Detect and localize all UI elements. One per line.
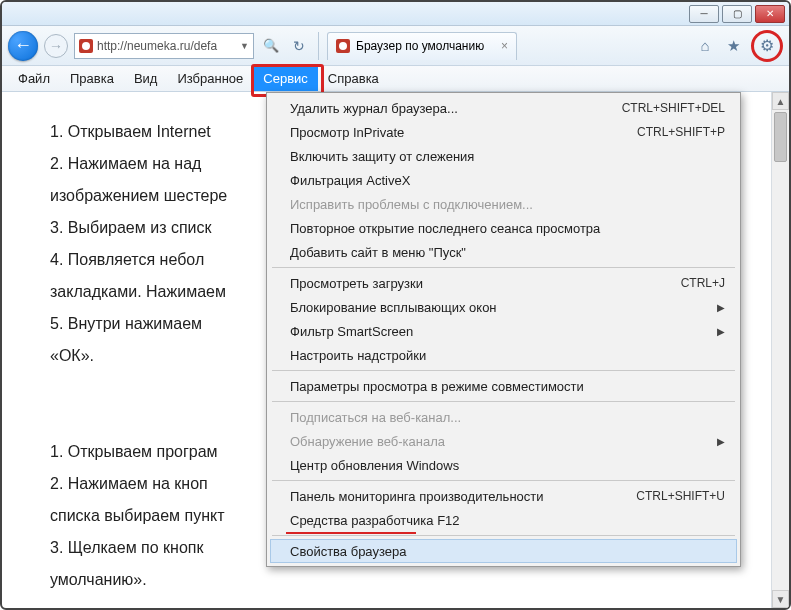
menu-item[interactable]: Добавить сайт в меню "Пуск" [270, 240, 737, 264]
browser-properties-underline [286, 532, 416, 534]
submenu-arrow-icon: ▶ [717, 436, 725, 447]
menu-item: Подписаться на веб-канал... [270, 405, 737, 429]
tab-close-icon[interactable]: × [501, 39, 508, 53]
menu-item-вид[interactable]: Вид [124, 66, 168, 91]
menu-item-label: Обнаружение веб-канала [290, 434, 445, 449]
vertical-scrollbar[interactable]: ▲ ▼ [771, 92, 789, 608]
submenu-arrow-icon: ▶ [717, 326, 725, 337]
menu-separator [272, 401, 735, 402]
forward-button[interactable]: → [44, 34, 68, 58]
menu-item-label: Блокирование всплывающих окон [290, 300, 497, 315]
menu-item[interactable]: Включить защиту от слежения [270, 144, 737, 168]
menu-bar: ФайлПравкаВидИзбранноеСервисСправка [2, 66, 789, 92]
menu-item[interactable]: Повторное открытие последнего сеанса про… [270, 216, 737, 240]
back-button[interactable]: ← [8, 31, 38, 61]
minimize-button[interactable]: ─ [689, 5, 719, 23]
menu-item-label: Настроить надстройки [290, 348, 426, 363]
menu-item[interactable]: Просмотр InPrivateCTRL+SHIFT+P [270, 120, 737, 144]
menu-item[interactable]: Средства разработчика F12 [270, 508, 737, 532]
address-url: http://neumeka.ru/defa [97, 39, 217, 53]
tab-favicon-icon [336, 39, 350, 53]
menu-item[interactable]: Панель мониторинга производительностиCTR… [270, 484, 737, 508]
gear-icon[interactable]: ⚙ [758, 37, 776, 55]
search-icon[interactable]: 🔍 [260, 35, 282, 57]
menu-separator [272, 267, 735, 268]
menu-item-label: Исправить проблемы с подключением... [290, 197, 533, 212]
menu-item: Исправить проблемы с подключением... [270, 192, 737, 216]
scroll-thumb[interactable] [774, 112, 787, 162]
home-icon[interactable]: ⌂ [695, 36, 715, 56]
menu-item-сервис[interactable]: Сервис [253, 66, 318, 91]
menu-item-label: Добавить сайт в меню "Пуск" [290, 245, 466, 260]
service-dropdown-menu: Удалить журнал браузера...CTRL+SHIFT+DEL… [266, 92, 741, 567]
menu-separator [272, 480, 735, 481]
tab-title: Браузер по умолчанию [356, 39, 484, 53]
refresh-icon[interactable]: ↻ [288, 35, 310, 57]
menu-item-label: Фильтрация ActiveX [290, 173, 410, 188]
favorites-icon[interactable]: ★ [723, 36, 743, 56]
menu-item[interactable]: Блокирование всплывающих окон▶ [270, 295, 737, 319]
menu-item[interactable]: Центр обновления Windows [270, 453, 737, 477]
maximize-button[interactable]: ▢ [722, 5, 752, 23]
browser-toolbar: ← → http://neumeka.ru/defa ▼ 🔍 ↻ Браузер… [2, 26, 789, 66]
submenu-arrow-icon: ▶ [717, 302, 725, 313]
address-bar[interactable]: http://neumeka.ru/defa ▼ [74, 33, 254, 59]
scroll-down-icon[interactable]: ▼ [772, 590, 789, 608]
menu-item[interactable]: Фильтрация ActiveX [270, 168, 737, 192]
menu-separator [272, 370, 735, 371]
site-favicon-icon [79, 39, 93, 53]
menu-item-label: Просмотр InPrivate [290, 125, 404, 140]
menu-item-label: Подписаться на веб-канал... [290, 410, 461, 425]
scroll-up-icon[interactable]: ▲ [772, 92, 789, 110]
menu-item[interactable]: Просмотреть загрузкиCTRL+J [270, 271, 737, 295]
menu-item-label: Центр обновления Windows [290, 458, 459, 473]
menu-item-избранное[interactable]: Избранное [167, 66, 253, 91]
menu-item-label: Удалить журнал браузера... [290, 101, 458, 116]
menu-item: Обнаружение веб-канала▶ [270, 429, 737, 453]
gear-highlight-circle: ⚙ [751, 30, 783, 62]
content-line: умолчанию». [50, 564, 751, 596]
menu-item-правка[interactable]: Правка [60, 66, 124, 91]
close-button[interactable]: ✕ [755, 5, 785, 23]
menu-separator [272, 535, 735, 536]
menu-item-label: Параметры просмотра в режиме совместимос… [290, 379, 584, 394]
menu-shortcut: CTRL+J [681, 276, 725, 290]
menu-item-label: Фильтр SmartScreen [290, 324, 413, 339]
menu-item-файл[interactable]: Файл [8, 66, 60, 91]
menu-item-label: Повторное открытие последнего сеанса про… [290, 221, 600, 236]
menu-shortcut: CTRL+SHIFT+P [637, 125, 725, 139]
menu-item-label: Включить защиту от слежения [290, 149, 474, 164]
address-dropdown-icon[interactable]: ▼ [240, 41, 249, 51]
window-titlebar: ─ ▢ ✕ [2, 2, 789, 26]
menu-item-справка[interactable]: Справка [318, 66, 389, 91]
menu-item-label: Просмотреть загрузки [290, 276, 423, 291]
separator [318, 32, 319, 60]
menu-item-label: Свойства браузера [290, 544, 406, 559]
browser-tab[interactable]: Браузер по умолчанию × [327, 32, 517, 60]
menu-shortcut: CTRL+SHIFT+DEL [622, 101, 725, 115]
menu-item[interactable]: Удалить журнал браузера...CTRL+SHIFT+DEL [270, 96, 737, 120]
menu-item-label: Средства разработчика F12 [290, 513, 460, 528]
menu-item[interactable]: Настроить надстройки [270, 343, 737, 367]
menu-shortcut: CTRL+SHIFT+U [636, 489, 725, 503]
menu-item[interactable]: Фильтр SmartScreen▶ [270, 319, 737, 343]
menu-item[interactable]: Свойства браузера [270, 539, 737, 563]
menu-item-label: Панель мониторинга производительности [290, 489, 544, 504]
menu-item[interactable]: Параметры просмотра в режиме совместимос… [270, 374, 737, 398]
